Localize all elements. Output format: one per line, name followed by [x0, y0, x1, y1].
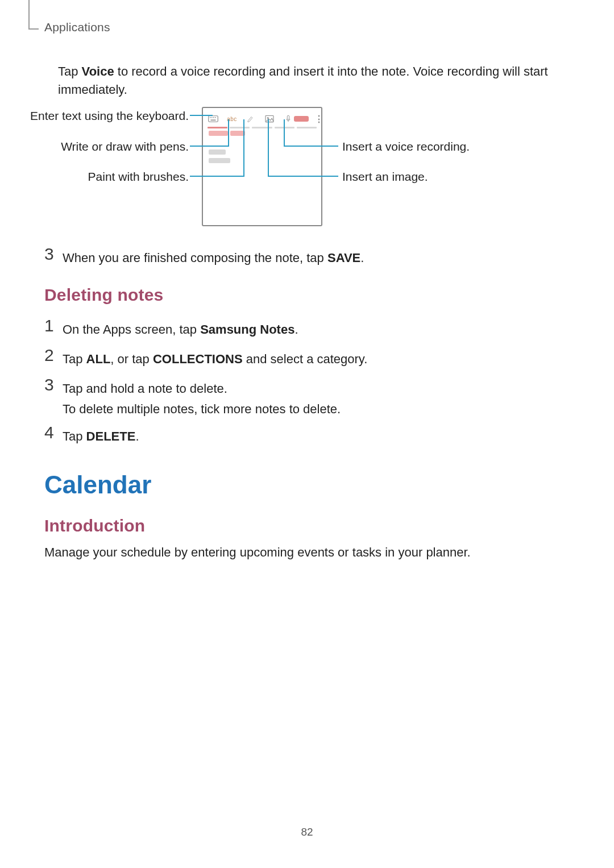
- callout-brush-label: Paint with brushes.: [88, 170, 189, 184]
- callout-line: [284, 146, 338, 147]
- step-3-text: When you are finished composing the note…: [63, 249, 570, 267]
- callout-line: [243, 119, 244, 177]
- callout-line: [228, 119, 229, 147]
- callout-line: [284, 119, 285, 147]
- svg-rect-0: [209, 116, 218, 122]
- svg-rect-2: [211, 117, 213, 118]
- step-number-3: 3: [44, 244, 54, 264]
- text: Tap: [58, 64, 82, 78]
- bold-voice: Voice: [82, 64, 114, 78]
- svg-rect-4: [215, 117, 216, 118]
- bold-delete: DELETE: [86, 429, 136, 443]
- section-deleting-notes: Deleting notes: [44, 285, 164, 305]
- callout-line: [268, 119, 269, 177]
- callout-image-label: Insert an image.: [342, 170, 428, 184]
- save-indicator: [294, 116, 309, 122]
- text: On the Apps screen, tap: [63, 322, 200, 337]
- step-number-3: 3: [44, 375, 54, 394]
- toolbar-underline: [208, 127, 317, 128]
- text: and select a category.: [243, 352, 368, 366]
- text: .: [294, 322, 298, 337]
- callout-line: [190, 176, 243, 177]
- callout-pen-label: Write or draw with pens.: [61, 140, 189, 153]
- step-number-4: 4: [44, 423, 54, 442]
- more-icon: ⋮: [314, 114, 323, 124]
- step-number-2: 2: [44, 346, 54, 365]
- bold-collections: COLLECTIONS: [153, 352, 243, 366]
- svg-rect-5: [211, 120, 216, 121]
- toolbar-left: abc: [208, 114, 294, 124]
- svg-rect-1: [210, 117, 211, 118]
- callout-keyboard-label: Enter text using the keyboard.: [30, 109, 189, 123]
- callout-line: [190, 115, 213, 116]
- header-vertical-rule: [28, 0, 30, 28]
- intro-paragraph: Tap Voice to record a voice recording an…: [58, 63, 570, 99]
- bold-all: ALL: [86, 352, 111, 366]
- deleting-step-4: Tap DELETE.: [63, 427, 570, 446]
- step-number-1: 1: [44, 316, 54, 335]
- page-number: 82: [0, 826, 614, 838]
- bold-samsung-notes: Samsung Notes: [200, 322, 294, 337]
- title-calendar: Calendar: [44, 471, 151, 499]
- deleting-step-3: Tap and hold a note to delete. To delete…: [63, 380, 570, 418]
- deleting-step-2: Tap ALL, or tap COLLECTIONS and select a…: [63, 350, 570, 368]
- text-line-1: Tap and hold a note to delete.: [63, 380, 570, 398]
- text-line-2: To delete multiple notes, tick more note…: [63, 400, 570, 418]
- callout-line: [190, 146, 228, 147]
- svg-rect-3: [213, 117, 214, 118]
- text: Tap: [63, 429, 86, 443]
- chapter-label: Applications: [44, 20, 110, 34]
- bold-save: SAVE: [327, 251, 360, 265]
- section-introduction: Introduction: [44, 516, 145, 535]
- callout-voice-label: Insert a voice recording.: [342, 140, 470, 153]
- text: , or tap: [110, 352, 153, 366]
- text: .: [135, 429, 139, 443]
- toolbar: abc ⋮: [208, 111, 317, 126]
- toolbar-diagram: Enter text using the keyboard. Write or …: [58, 106, 570, 229]
- note-toolbar-mock: abc ⋮: [202, 107, 322, 226]
- text: When you are finished composing the note…: [63, 251, 327, 265]
- deleting-step-1: On the Apps screen, tap Samsung Notes.: [63, 321, 570, 339]
- svg-rect-8: [287, 115, 289, 119]
- text: to record a voice recording and insert i…: [58, 64, 548, 97]
- calendar-intro-paragraph: Manage your schedule by entering upcomin…: [44, 543, 570, 562]
- pen-icon: [245, 114, 256, 124]
- image-icon: [264, 114, 275, 124]
- svg-point-7: [267, 117, 269, 119]
- text: Tap: [63, 352, 86, 366]
- note-content-placeholder: [209, 131, 316, 167]
- header-horizontal-rule: [28, 28, 39, 30]
- callout-line: [268, 176, 338, 177]
- text: .: [360, 251, 364, 265]
